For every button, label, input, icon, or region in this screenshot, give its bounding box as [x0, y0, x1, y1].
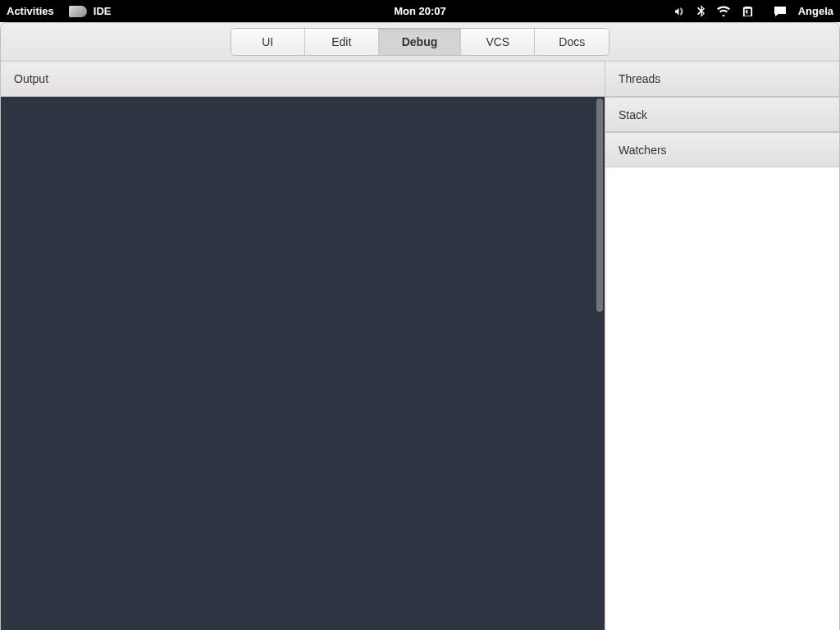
chat-icon[interactable]	[774, 6, 787, 17]
tab-docs[interactable]: Docs	[535, 29, 609, 55]
tab-label: Edit	[331, 35, 351, 48]
threads-panel-title: Threads	[619, 72, 660, 85]
volume-icon[interactable]	[673, 6, 685, 17]
headerbar: UI Edit Debug VCS Docs	[1, 23, 839, 62]
output-panel-header[interactable]: Output	[1, 62, 605, 97]
bluetooth-icon[interactable]	[696, 5, 705, 17]
username-label[interactable]: Angela	[798, 5, 833, 17]
threads-panel-header[interactable]: Threads	[605, 62, 839, 97]
watchers-panel-title: Watchers	[619, 144, 667, 157]
tab-debug[interactable]: Debug	[379, 29, 462, 55]
wifi-icon[interactable]	[717, 6, 730, 16]
ide-window: UI Edit Debug VCS Docs Output	[0, 22, 840, 630]
battery-icon[interactable]	[742, 5, 754, 17]
stack-panel-title: Stack	[619, 108, 647, 121]
system-topbar: Activities IDE Mon 20:07 Angela	[0, 0, 840, 22]
tab-label: VCS	[486, 35, 509, 48]
threads-section: Threads	[605, 62, 839, 97]
app-name-label: IDE	[94, 5, 112, 17]
tab-label: Debug	[402, 35, 438, 48]
output-panel-title: Output	[14, 72, 48, 85]
perspective-switcher: UI Edit Debug VCS Docs	[231, 28, 610, 56]
tab-label: UI	[262, 35, 273, 48]
right-pane: Threads Stack Watchers	[605, 62, 839, 630]
watchers-section: Watchers	[605, 132, 839, 630]
watchers-panel-header[interactable]: Watchers	[605, 132, 839, 167]
content-area: Output Threads Stack Watchers	[1, 62, 839, 630]
activities-button[interactable]: Activities	[7, 5, 54, 17]
topbar-left: Activities IDE	[7, 5, 111, 17]
stack-section: Stack	[605, 97, 839, 132]
left-pane: Output	[1, 62, 605, 630]
stack-panel-header[interactable]: Stack	[605, 97, 839, 132]
clock[interactable]: Mon 20:07	[394, 5, 446, 17]
topbar-right: Angela	[673, 5, 833, 17]
app-menu[interactable]: IDE	[69, 5, 112, 17]
app-icon	[69, 6, 87, 17]
tab-label: Docs	[559, 35, 585, 48]
watchers-panel-body[interactable]	[605, 167, 839, 630]
tab-vcs[interactable]: VCS	[461, 29, 535, 55]
output-panel-body[interactable]	[1, 97, 605, 630]
tab-edit[interactable]: Edit	[305, 29, 379, 55]
tab-ui[interactable]: UI	[231, 29, 305, 55]
output-scrollbar[interactable]	[596, 98, 603, 312]
